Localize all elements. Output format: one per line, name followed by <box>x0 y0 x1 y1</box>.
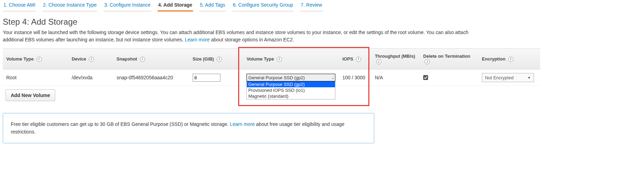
table-row: Root /dev/xvda snap-0f54692056aaa4c20 Ge… <box>3 70 540 86</box>
step-add-storage[interactable]: 4. Add Storage <box>158 0 193 11</box>
free-tier-notice: Free tier eligible customers can get up … <box>3 113 374 143</box>
page-title: Step 4: Add Storage <box>3 17 644 27</box>
step-review[interactable]: 7. Review <box>300 0 323 11</box>
info-icon[interactable]: i <box>356 57 361 62</box>
desc-post: about storage options in Amazon EC2. <box>211 37 294 42</box>
tier-pre: Free tier eligible customers can get up … <box>11 121 230 127</box>
th-device: Device i <box>68 49 113 70</box>
cell-volume-type-left: Root <box>3 70 68 86</box>
volume-type-option-gp2[interactable]: General Purpose SSD (gp2) <box>247 81 335 87</box>
step-configure-instance[interactable]: 3. Configure Instance <box>103 0 151 11</box>
learn-more-link[interactable]: Learn more <box>185 37 210 42</box>
encryption-select-value: Not Encrypted <box>485 75 513 80</box>
cell-size <box>189 70 237 86</box>
info-icon[interactable]: i <box>508 57 513 62</box>
cell-encryption: Not Encrypted ▼ <box>478 70 540 86</box>
th-snapshot: Snapshot i <box>113 49 189 70</box>
th-size: Size (GiB) i <box>189 49 237 70</box>
info-icon[interactable]: i <box>89 57 94 62</box>
volume-type-option-io1[interactable]: Provisioned IOPS SSD (io1) <box>247 87 335 93</box>
step-choose-instance-type[interactable]: 2. Choose Instance Type <box>42 0 98 11</box>
size-input[interactable] <box>193 74 220 82</box>
th-iops: IOPS i <box>339 49 371 70</box>
info-icon[interactable]: i <box>217 57 222 62</box>
info-icon[interactable]: i <box>36 57 42 62</box>
add-new-volume-button[interactable]: Add New Volume <box>6 89 55 101</box>
info-icon[interactable]: i <box>376 59 382 64</box>
cell-throughput: N/A <box>371 70 420 86</box>
cell-device: /dev/xvda <box>68 70 113 86</box>
cell-snapshot: snap-0f54692056aaa4c20 <box>113 70 189 86</box>
volume-type-select-value: General Purpose SSD (gp2) <box>248 75 305 80</box>
volume-type-option-standard[interactable]: Magnetic (standard) <box>247 93 335 99</box>
delete-on-termination-checkbox[interactable] <box>423 75 428 80</box>
volume-type-dropdown: General Purpose SSD (gp2) Provisioned IO… <box>246 81 335 99</box>
page-description: Your instance will be launched with the … <box>0 29 472 47</box>
th-throughput: Throughput (MB/s) i <box>371 49 420 70</box>
storage-table: Volume Type i Device i Snapshot i Size (… <box>3 48 540 86</box>
info-icon[interactable]: i <box>425 59 430 64</box>
th-volume-type-right: Volume Type i <box>237 49 339 70</box>
cell-volume-type-right: General Purpose SSD (gp2) ⌄ General Purp… <box>237 70 339 86</box>
volume-type-select[interactable]: General Purpose SSD (gp2) ⌄ <box>246 74 335 81</box>
check-icon <box>424 76 427 79</box>
cell-iops: 100 / 3000 <box>339 70 371 86</box>
step-add-tags[interactable]: 5. Add Tags <box>199 0 226 11</box>
step-configure-security-group[interactable]: 6. Configure Security Group <box>232 0 294 11</box>
info-icon[interactable]: i <box>277 57 282 62</box>
th-delete-on-termination: Delete on Termination i <box>420 49 478 70</box>
caret-down-icon: ▼ <box>527 76 531 80</box>
wizard-steps: 1. Choose AMI 2. Choose Instance Type 3.… <box>0 0 644 12</box>
tier-learn-more-link[interactable]: Learn more <box>230 121 255 127</box>
info-icon[interactable]: i <box>140 57 145 62</box>
encryption-select[interactable]: Not Encrypted ▼ <box>482 73 534 82</box>
step-choose-ami[interactable]: 1. Choose AMI <box>3 0 36 11</box>
th-volume-type-left: Volume Type i <box>3 49 68 70</box>
cell-delete-on-termination <box>420 70 478 86</box>
chevron-down-icon: ⌄ <box>332 76 334 80</box>
th-encryption: Encryption i <box>478 49 540 70</box>
